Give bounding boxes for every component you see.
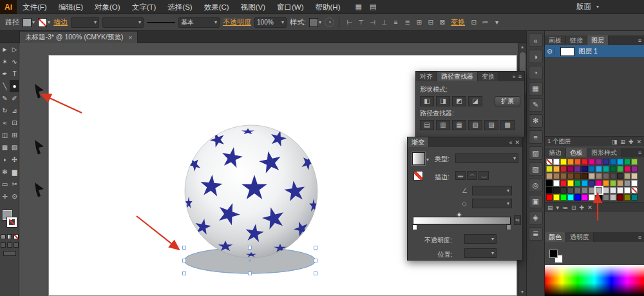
color-spectrum-picker[interactable]: [545, 265, 644, 296]
opacity-value-select[interactable]: 100% ▾: [254, 17, 287, 28]
swatch[interactable]: [567, 166, 574, 172]
layer-name[interactable]: 图层 1: [578, 47, 598, 56]
swatch[interactable]: [596, 173, 602, 179]
swatch[interactable]: [546, 180, 553, 186]
perspective-grid-tool[interactable]: ⊞: [10, 129, 19, 141]
swatch[interactable]: [596, 166, 602, 172]
mesh-tool[interactable]: ▦: [0, 141, 10, 153]
swatch[interactable]: [624, 194, 630, 201]
swatch[interactable]: [617, 159, 623, 165]
free-transform-tool[interactable]: ⊡: [10, 117, 19, 129]
gradient-slider[interactable]: [413, 217, 511, 224]
shape-builder-tool[interactable]: ◫: [0, 129, 10, 141]
swatch[interactable]: [582, 166, 588, 172]
swatch[interactable]: [582, 187, 588, 193]
align-left-icon[interactable]: ⊢: [344, 17, 355, 28]
menu-item[interactable]: 窗口(W): [271, 0, 310, 14]
swatch[interactable]: [560, 166, 567, 172]
merge-button[interactable]: ▦: [452, 120, 466, 130]
unite-button[interactable]: ◧: [420, 96, 434, 106]
swatch[interactable]: [567, 194, 574, 201]
collapse-panel-icon[interactable]: «: [509, 139, 512, 146]
menu-item[interactable]: 编辑(E): [53, 0, 89, 14]
swatch[interactable]: [631, 180, 638, 186]
more-tabs-icon[interactable]: »: [513, 74, 516, 80]
pen-tool[interactable]: ✒: [0, 68, 10, 80]
swatch[interactable]: [631, 173, 638, 179]
scroll-down-icon[interactable]: ▼: [518, 288, 526, 296]
draw-inside-icon[interactable]: [14, 242, 19, 248]
align-panel-icon[interactable]: ≣: [529, 227, 543, 241]
swatch[interactable]: [546, 159, 553, 165]
visibility-eye-icon[interactable]: ⊙: [545, 48, 555, 55]
swatch[interactable]: [574, 194, 581, 201]
swatch[interactable]: [631, 187, 638, 193]
variable-width-select[interactable]: ▾: [102, 17, 144, 28]
align-bottom-icon[interactable]: ≣: [402, 17, 413, 28]
stroke-link[interactable]: 描边: [53, 17, 68, 27]
eyedropper-tool[interactable]: ◗: [0, 153, 10, 166]
swatch[interactable]: [567, 187, 574, 193]
fill-color-picker[interactable]: ▾: [23, 18, 35, 27]
swatch[interactable]: [546, 173, 553, 179]
swatch-kinds-icon[interactable]: ▾: [556, 204, 560, 211]
gradient-type-select[interactable]: ▾: [455, 153, 518, 163]
opacity-link[interactable]: 不透明度: [223, 17, 251, 27]
gradient-within-stroke-button[interactable]: ▬: [455, 171, 466, 180]
gradient-tool[interactable]: ▧: [10, 141, 19, 153]
swatch[interactable]: [589, 159, 595, 165]
swatch[interactable]: [617, 166, 623, 172]
arrange-documents-icon[interactable]: ▦: [352, 3, 364, 11]
magic-wand-tool[interactable]: ✶: [0, 55, 10, 68]
column-graph-tool[interactable]: ▆: [10, 166, 19, 178]
close-icon[interactable]: ✕: [515, 139, 520, 146]
swatch[interactable]: [610, 187, 616, 193]
style-picker[interactable]: ▾: [309, 18, 321, 27]
swatch[interactable]: [617, 194, 623, 201]
swatch[interactable]: [596, 159, 602, 165]
menu-item[interactable]: 视图(V): [235, 0, 271, 14]
swatch[interactable]: [596, 180, 602, 186]
swatch[interactable]: [589, 187, 595, 193]
swatch[interactable]: [589, 166, 595, 172]
transform-link[interactable]: 变换: [451, 17, 465, 27]
exclude-button[interactable]: ◪: [468, 96, 482, 106]
new-color-group-icon[interactable]: ⊟: [571, 204, 576, 211]
expand-button[interactable]: 扩展: [495, 96, 520, 106]
tab-transparency[interactable]: 透明度: [566, 232, 594, 242]
draw-normal-icon[interactable]: [1, 242, 6, 248]
document-tab[interactable]: 未标题-3* @ 100% (CMYK/预览) ×: [19, 31, 138, 43]
hand-tool[interactable]: ✛: [0, 190, 10, 202]
artboard-tool[interactable]: ▭: [0, 178, 10, 190]
line-segment-tool[interactable]: ╲: [0, 80, 10, 92]
tab-stroke[interactable]: 描边: [545, 148, 566, 157]
swatches-panel-icon[interactable]: ▦: [529, 82, 543, 95]
swatch[interactable]: [624, 180, 630, 186]
align-right-icon[interactable]: ⊣: [367, 17, 378, 28]
tab-transform[interactable]: 变换: [478, 72, 499, 81]
gradient-mode-icon[interactable]: [7, 234, 12, 239]
swatch[interactable]: [596, 187, 602, 193]
align-to-selection-icon[interactable]: ⊠: [437, 17, 448, 28]
ellipse-tool[interactable]: ●: [10, 80, 19, 92]
menu-item[interactable]: 选择(S): [162, 0, 198, 14]
gradient-stop-start[interactable]: [412, 224, 417, 230]
draw-behind-icon[interactable]: [7, 242, 12, 248]
panel-menu-icon[interactable]: ≡: [638, 37, 641, 44]
arrange-menu-icon[interactable]: ≔: [480, 17, 491, 28]
make-clipping-mask-icon[interactable]: ◨: [612, 139, 618, 145]
document-layout-icon[interactable]: ▤: [367, 3, 379, 11]
reverse-gradient-icon[interactable]: ⇋: [514, 215, 521, 225]
panel-menu-icon[interactable]: ≡: [638, 234, 641, 241]
color-mode-icon[interactable]: [1, 234, 6, 239]
swatch[interactable]: [553, 187, 560, 193]
swatch[interactable]: [603, 159, 609, 165]
scroll-up-icon[interactable]: ▲: [518, 43, 526, 51]
swatch[interactable]: [610, 194, 616, 201]
swatch[interactable]: [631, 166, 638, 172]
swatch[interactable]: [624, 187, 630, 193]
panel-menu-icon[interactable]: ≡: [518, 74, 522, 80]
swatch[interactable]: [624, 159, 630, 165]
appearance-panel-icon[interactable]: ◎: [529, 179, 543, 192]
tab-layers[interactable]: 图层: [587, 35, 609, 45]
